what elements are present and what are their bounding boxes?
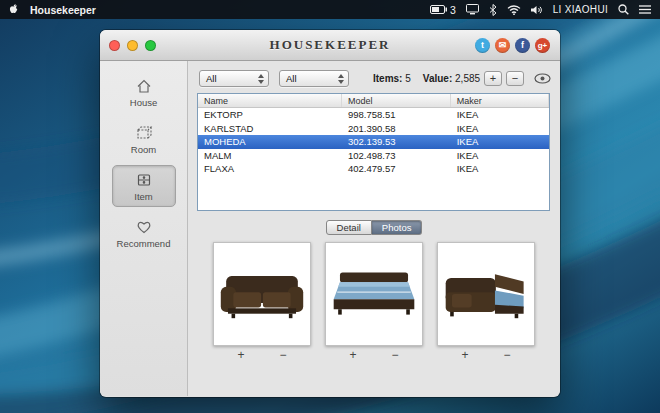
twitter-icon[interactable]: t <box>475 38 490 53</box>
category-filter-value: All <box>206 73 217 84</box>
popup-arrows-icon <box>258 74 264 84</box>
table-header: Name Model Maker <box>198 94 549 108</box>
menubar-app-name[interactable]: Housekeeper <box>30 4 96 16</box>
spotlight-icon[interactable] <box>618 4 629 15</box>
items-label: Items: <box>373 73 402 84</box>
sofa-photo-3[interactable] <box>437 242 535 346</box>
popup-arrows-icon <box>338 74 344 84</box>
photo-remove-button[interactable]: − <box>389 349 401 361</box>
cell-model: 102.498.73 <box>342 150 451 161</box>
cell-maker: IKEA <box>451 109 549 120</box>
display-icon[interactable] <box>466 4 479 15</box>
sofa-storage-image <box>443 263 529 325</box>
table-row[interactable]: FLAXA 402.479.57 IKEA <box>198 162 549 176</box>
cell-model: 302.139.53 <box>342 136 451 147</box>
total-value: Value: 2,585 <box>423 73 480 84</box>
column-header-model[interactable]: Model <box>342 94 451 107</box>
remove-item-button[interactable]: − <box>506 71 524 86</box>
photo-remove-button[interactable]: − <box>501 349 513 361</box>
bluetooth-icon[interactable] <box>489 4 497 16</box>
cell-name: EKTORP <box>198 109 342 120</box>
items-count: Items: 5 <box>373 73 411 84</box>
sidebar-item-label: Room <box>131 144 156 155</box>
photo-add-button[interactable]: + <box>235 349 247 361</box>
battery-icon[interactable]: 3 <box>430 4 456 16</box>
sidebar: House Room Item <box>100 61 188 396</box>
close-button[interactable] <box>109 40 120 51</box>
traffic-lights <box>109 40 156 51</box>
googleplus-icon[interactable]: g+ <box>535 38 550 53</box>
battery-level: 3 <box>450 4 456 16</box>
desktop: Housekeeper 3 LI XIAOHUI <box>0 0 660 413</box>
social-links: t ✉ f g+ <box>475 38 550 53</box>
item-icon <box>135 171 153 189</box>
sidebar-item-label: Recommend <box>117 238 171 249</box>
sidebar-item-label: House <box>130 97 157 108</box>
photos-panel: + − <box>197 242 551 361</box>
cell-name: FLAXA <box>198 163 342 174</box>
menubar: Housekeeper 3 LI XIAOHUI <box>0 0 660 19</box>
eye-icon <box>534 73 551 84</box>
sofa-photo-2[interactable] <box>325 242 423 346</box>
subcategory-filter-value: All <box>286 73 297 84</box>
apple-menu-icon[interactable] <box>9 3 20 16</box>
cell-maker: IKEA <box>451 136 549 147</box>
photo-column: + − <box>213 242 311 361</box>
sofa-front-image <box>219 263 305 325</box>
menubar-user[interactable]: LI XIAOHUI <box>553 4 608 15</box>
photo-controls: + − <box>235 349 289 361</box>
value-label: Value: <box>423 73 452 84</box>
notification-center-icon[interactable] <box>639 5 651 14</box>
column-header-maker[interactable]: Maker <box>451 94 549 107</box>
cell-model: 998.758.51 <box>342 109 451 120</box>
photo-column: + − <box>437 242 535 361</box>
table-row[interactable]: EKTORP 998.758.51 IKEA <box>198 108 549 122</box>
toolbar: All All Items: 5 Value: 2,585 + − <box>199 68 551 88</box>
minimize-button[interactable] <box>127 40 138 51</box>
room-icon <box>135 124 153 142</box>
sidebar-item-house[interactable]: House <box>112 71 176 113</box>
cell-model: 402.479.57 <box>342 163 451 174</box>
column-header-name[interactable]: Name <box>198 94 342 107</box>
sidebar-item-label: Item <box>134 191 152 202</box>
house-icon <box>135 77 153 95</box>
photo-column: + − <box>325 242 423 361</box>
detail-photos-tabbar: Detail Photos <box>197 220 551 235</box>
wifi-icon[interactable] <box>507 5 521 15</box>
heart-icon <box>135 218 153 236</box>
photo-controls: + − <box>459 349 513 361</box>
value-value: 2,585 <box>455 73 480 84</box>
email-icon[interactable]: ✉ <box>495 38 510 53</box>
items-table: Name Model Maker EKTORP 998.758.51 IKEA … <box>197 93 550 211</box>
category-filter-dropdown[interactable]: All <box>199 70 269 87</box>
main-content: All All Items: 5 Value: 2,585 + − <box>188 61 560 396</box>
table-row[interactable]: KARLSTAD 201.390.58 IKEA <box>198 122 549 136</box>
cell-maker: IKEA <box>451 150 549 161</box>
items-value: 5 <box>405 73 411 84</box>
photo-controls: + − <box>347 349 401 361</box>
sidebar-item-recommend[interactable]: Recommend <box>112 212 176 254</box>
cell-name: KARLSTAD <box>198 123 342 134</box>
cell-maker: IKEA <box>451 123 549 134</box>
cell-model: 201.390.58 <box>342 123 451 134</box>
photo-add-button[interactable]: + <box>459 349 471 361</box>
add-item-button[interactable]: + <box>484 71 502 86</box>
housekeeper-window: HOUSEKEEPER t ✉ f g+ House <box>100 30 560 397</box>
zoom-button[interactable] <box>145 40 156 51</box>
sidebar-item-item[interactable]: Item <box>112 165 176 207</box>
view-toggle-button[interactable] <box>534 73 551 84</box>
sofa-photo-1[interactable] <box>213 242 311 346</box>
photo-remove-button[interactable]: − <box>277 349 289 361</box>
subcategory-filter-dropdown[interactable]: All <box>279 70 349 87</box>
cell-maker: IKEA <box>451 163 549 174</box>
tab-detail[interactable]: Detail <box>326 220 372 235</box>
photo-add-button[interactable]: + <box>347 349 359 361</box>
cell-name: MALM <box>198 150 342 161</box>
sidebar-item-room[interactable]: Room <box>112 118 176 160</box>
table-row-selected[interactable]: MOHEDA 302.139.53 IKEA <box>198 135 549 149</box>
window-titlebar[interactable]: HOUSEKEEPER t ✉ f g+ <box>100 30 560 61</box>
facebook-icon[interactable]: f <box>515 38 530 53</box>
volume-icon[interactable] <box>531 5 543 15</box>
tab-photos[interactable]: Photos <box>372 220 423 235</box>
table-row[interactable]: MALM 102.498.73 IKEA <box>198 149 549 163</box>
